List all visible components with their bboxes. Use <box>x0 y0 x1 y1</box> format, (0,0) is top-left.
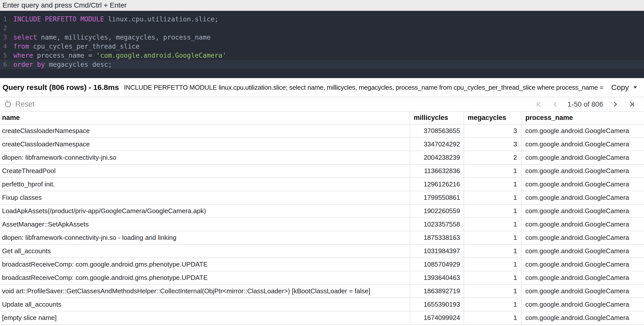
last-page-button[interactable] <box>625 101 638 108</box>
cell-name: void art::ProfileSaver::GetClassesAndMet… <box>0 285 410 298</box>
cell-name: Update all_accounts <box>0 298 410 311</box>
cell-process_name: com.google.android.GoogleCamera <box>522 298 644 311</box>
cell-megacycles: 1 <box>464 191 522 204</box>
cell-name: Get all_accounts <box>0 245 410 257</box>
column-header-process-name[interactable]: process_name <box>522 112 644 124</box>
cell-millicycles: 1296126216 <box>410 178 464 191</box>
query-result-header: Query result (806 rows) - 16.8ms INCLUDE… <box>0 78 644 97</box>
table-row[interactable]: [empty slice name]16740999241com.google.… <box>0 311 644 325</box>
cell-megacycles: 1 <box>464 165 522 177</box>
line-number: 1 <box>0 15 8 24</box>
copy-caret-icon <box>633 86 637 89</box>
table-row[interactable]: dlopen: libframework-connectivity-jni.so… <box>0 231 644 245</box>
cell-megacycles: 1 <box>464 178 522 191</box>
table-row[interactable]: broadcastReceiveComp: com.google.android… <box>0 258 644 271</box>
cell-millicycles: 1902260559 <box>410 205 464 217</box>
cell-process_name: com.google.android.GoogleCamera <box>522 124 644 137</box>
cell-millicycles: 1085704929 <box>410 258 464 271</box>
cell-name: broadcastReceiveComp: com.google.android… <box>0 258 410 271</box>
table-header-row: name millicycles megacycles process_name <box>0 112 644 124</box>
cell-millicycles: 1674099924 <box>410 311 464 324</box>
table-row[interactable]: createClassloaderNamespace33470242923com… <box>0 138 644 151</box>
sql-editor[interactable]: 1INCLUDE PERFETTO MODULE linux.cpu.utili… <box>0 11 644 78</box>
line-number: 3 <box>0 33 8 42</box>
cell-name: Fixup classes <box>0 191 410 204</box>
cell-megacycles: 3 <box>464 124 522 137</box>
line-number: 4 <box>0 42 8 51</box>
cell-name: CreateThreadPool <box>0 165 410 177</box>
cell-process_name: com.google.android.GoogleCamera <box>522 178 644 191</box>
cell-millicycles: 1875338163 <box>410 231 464 244</box>
cell-millicycles: 1655390193 <box>410 298 464 311</box>
cell-millicycles: 1799550861 <box>410 191 464 204</box>
pagination: 1-50 of 806 <box>532 100 638 108</box>
cell-millicycles: 1393640463 <box>410 271 464 284</box>
table-row[interactable]: LoadApkAssets(/product/priv-app/GoogleCa… <box>0 205 644 218</box>
table-row[interactable]: createClassloaderNamespace37085636553com… <box>0 124 644 138</box>
cell-megacycles: 2 <box>464 151 522 164</box>
code-line-4[interactable]: 4from cpu_cycles_per_thread_slice <box>0 42 644 51</box>
result-title: Query result (806 rows) - 16.8ms <box>3 83 119 92</box>
query-hint-bar: Enter query and press Cmd/Ctrl + Enter <box>0 0 644 11</box>
table-row[interactable]: Get all_accounts10319843971com.google.an… <box>0 245 644 258</box>
line-code: from cpu_cycles_per_thread_slice <box>8 42 140 51</box>
code-line-5[interactable]: 5where process_name = 'com.google.androi… <box>0 51 644 60</box>
next-page-icon <box>612 101 619 108</box>
table-row[interactable]: dlopen: libframework-connectivity-jni.so… <box>0 151 644 165</box>
cell-millicycles: 1023357558 <box>410 218 464 231</box>
table-row[interactable]: Update all_accounts16553901931com.google… <box>0 298 644 311</box>
result-toolbar: Reset 1-50 of 806 <box>0 97 644 112</box>
line-code: order by megacycles desc; <box>8 60 112 69</box>
line-code: INCLUDE PERFETTO MODULE linux.cpu.utiliz… <box>8 15 218 24</box>
last-page-icon <box>628 101 635 108</box>
cell-millicycles: 1031984397 <box>410 245 464 257</box>
cell-process_name: com.google.android.GoogleCamera <box>522 205 644 217</box>
code-line-6[interactable]: 6order by megacycles desc; <box>0 60 644 69</box>
code-line-3[interactable]: 3select name, millicycles, megacycles, p… <box>0 33 644 42</box>
cell-process_name: com.google.android.GoogleCamera <box>522 285 644 298</box>
cell-name: LoadApkAssets(/product/priv-app/GoogleCa… <box>0 205 410 217</box>
cell-millicycles: 2004238239 <box>410 151 464 164</box>
cell-megacycles: 1 <box>464 285 522 298</box>
prev-page-button[interactable] <box>549 101 562 108</box>
column-header-millicycles[interactable]: millicycles <box>410 112 464 124</box>
result-table-body: createClassloaderNamespace37085636553com… <box>0 124 644 325</box>
cell-megacycles: 1 <box>464 231 522 244</box>
cell-megacycles: 1 <box>464 298 522 311</box>
reset-button-label: Reset <box>15 100 35 108</box>
column-header-megacycles[interactable]: megacycles <box>464 112 522 124</box>
table-row[interactable]: Fixup classes17995508611com.google.andro… <box>0 191 644 205</box>
table-row[interactable]: broadcastReceiveComp: com.google.android… <box>0 271 644 285</box>
code-line-2[interactable]: 2 <box>0 24 644 33</box>
reset-button[interactable]: Reset <box>4 100 35 108</box>
line-code: where process_name = 'com.google.android… <box>8 51 226 60</box>
reset-icon <box>4 100 12 108</box>
cell-name: broadcastReceiveComp: com.google.android… <box>0 271 410 284</box>
column-header-name[interactable]: name <box>0 112 410 124</box>
cell-millicycles: 3708563655 <box>410 124 464 137</box>
prev-page-icon <box>552 101 559 108</box>
table-row[interactable]: perfetto_hprof init.12961262161com.googl… <box>0 178 644 191</box>
first-page-button[interactable] <box>532 101 545 108</box>
cell-millicycles: 1136632836 <box>410 165 464 177</box>
page-range-label: 1-50 of 806 <box>565 100 605 108</box>
cell-name: perfetto_hprof init. <box>0 178 410 191</box>
cell-process_name: com.google.android.GoogleCamera <box>522 311 644 324</box>
cell-process_name: com.google.android.GoogleCamera <box>522 218 644 231</box>
cell-megacycles: 1 <box>464 271 522 284</box>
line-code: select name, millicycles, megacycles, pr… <box>8 33 211 42</box>
cell-process_name: com.google.android.GoogleCamera <box>522 271 644 284</box>
table-row[interactable]: void art::ProfileSaver::GetClassesAndMet… <box>0 285 644 298</box>
first-page-icon <box>535 101 542 108</box>
table-row[interactable]: AssetManager::SetApkAssets10233575581com… <box>0 218 644 231</box>
cell-process_name: com.google.android.GoogleCamera <box>522 191 644 204</box>
cell-process_name: com.google.android.GoogleCamera <box>522 258 644 271</box>
copy-button-label: Copy <box>611 83 629 92</box>
next-page-button[interactable] <box>609 101 622 108</box>
cell-process_name: com.google.android.GoogleCamera <box>522 151 644 164</box>
line-number: 2 <box>0 24 8 33</box>
copy-button[interactable]: Copy <box>611 83 637 92</box>
cell-process_name: com.google.android.GoogleCamera <box>522 138 644 151</box>
code-line-1[interactable]: 1INCLUDE PERFETTO MODULE linux.cpu.utili… <box>0 15 644 24</box>
table-row[interactable]: CreateThreadPool11366328361com.google.an… <box>0 165 644 178</box>
